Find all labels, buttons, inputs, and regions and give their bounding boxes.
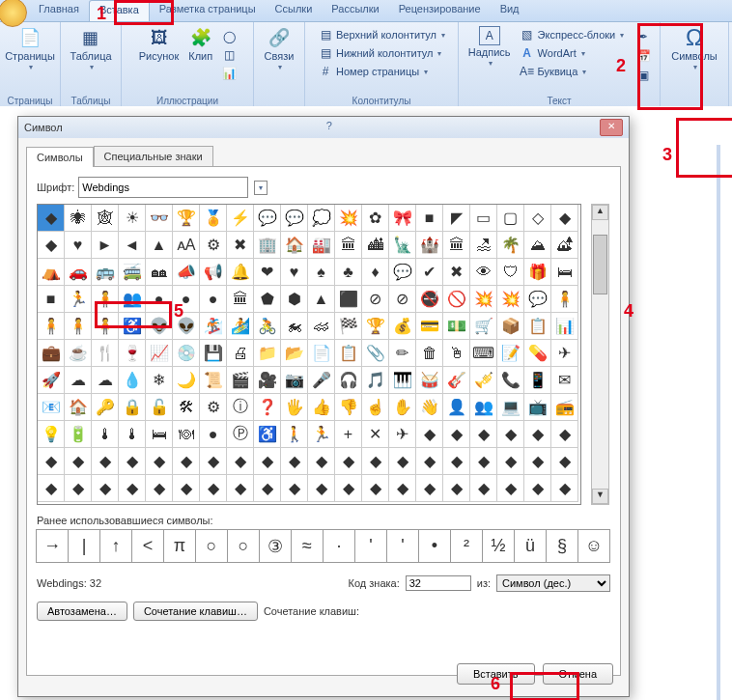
symbol-cell[interactable]: ◆ xyxy=(470,475,497,502)
pages-button[interactable]: 📄Страницы▾ xyxy=(1,24,59,73)
recent-symbol[interactable]: • xyxy=(418,529,451,563)
symbol-cell[interactable]: 💥 xyxy=(470,286,497,313)
symbol-cell[interactable]: 🧍 xyxy=(92,286,119,313)
clipart-button[interactable]: 🧩Клип xyxy=(184,24,216,82)
symbol-cell[interactable]: ☁ xyxy=(92,367,119,394)
symbol-cell[interactable]: 🏛 xyxy=(227,286,254,313)
symbol-cell[interactable]: ■ xyxy=(38,286,65,313)
symbol-cell[interactable]: 🔔 xyxy=(227,259,254,286)
symbol-cell[interactable]: ◆ xyxy=(497,448,524,475)
symbol-cell[interactable]: ☁ xyxy=(65,367,92,394)
recent-symbol[interactable]: ☺ xyxy=(577,529,610,563)
symbol-cell[interactable]: ◆ xyxy=(281,475,308,502)
shapes-button[interactable]: ◯ xyxy=(218,28,239,45)
symbol-cell[interactable]: ♥ xyxy=(281,259,308,286)
symbol-cell[interactable]: ◆ xyxy=(335,448,362,475)
symbol-cell[interactable]: ◆ xyxy=(38,475,65,502)
symbol-cell[interactable]: ◆ xyxy=(119,448,146,475)
symbols-button[interactable]: ΩСимволы▾ xyxy=(667,24,721,73)
autocorrect-button[interactable]: Автозамена… xyxy=(37,602,127,621)
symbol-cell[interactable]: ❤ xyxy=(254,259,281,286)
picture-button[interactable]: 🖼Рисунок xyxy=(135,24,183,82)
symbol-cell[interactable]: 🏃 xyxy=(308,421,335,448)
symbol-cell[interactable]: ◆ xyxy=(362,448,389,475)
symbol-cell[interactable]: ◆ xyxy=(119,475,146,502)
symbol-cell[interactable]: 💡 xyxy=(38,421,65,448)
symbol-cell[interactable]: ◇ xyxy=(524,205,551,232)
symbol-cell[interactable]: 👽 xyxy=(146,313,173,340)
recent-symbol[interactable]: ○ xyxy=(227,529,260,563)
symbol-cell[interactable]: 🏂 xyxy=(200,313,227,340)
symbol-cell[interactable]: ✔ xyxy=(416,259,443,286)
datetime-button[interactable]: 📅 xyxy=(633,47,654,65)
object-button[interactable]: ▣ xyxy=(633,67,654,84)
symbol-cell[interactable]: ⬛ xyxy=(335,286,362,313)
symbol-cell[interactable]: 💾 xyxy=(200,340,227,367)
symbol-cell[interactable]: 🏛 xyxy=(335,232,362,259)
recent-symbol[interactable]: < xyxy=(131,529,164,563)
symbol-cell[interactable]: 🛏 xyxy=(551,259,578,286)
symbol-cell[interactable]: 🔑 xyxy=(92,394,119,421)
symbol-cell[interactable]: ⊘ xyxy=(362,286,389,313)
symbol-cell[interactable]: 👁 xyxy=(470,259,497,286)
symbol-cell[interactable]: 🎀 xyxy=(389,205,416,232)
symbol-cell[interactable]: ☀ xyxy=(119,205,146,232)
from-select[interactable]: Символ (дес.) xyxy=(496,574,610,592)
symbol-cell[interactable]: 🎸 xyxy=(443,367,470,394)
symbol-cell[interactable]: ♣ xyxy=(335,259,362,286)
symbol-cell[interactable]: ● xyxy=(200,286,227,313)
symbol-cell[interactable]: 💬 xyxy=(281,205,308,232)
symbol-cell[interactable]: 💬 xyxy=(254,205,281,232)
symbol-cell[interactable]: ◆ xyxy=(416,448,443,475)
symbol-cell[interactable]: ♥ xyxy=(65,232,92,259)
grid-scrollbar[interactable]: ▲ ▼ xyxy=(591,204,609,505)
symbol-cell[interactable]: 🎺 xyxy=(470,367,497,394)
symbol-cell[interactable]: ► xyxy=(92,232,119,259)
symbol-cell[interactable]: ◆ xyxy=(524,421,551,448)
symbol-cell[interactable]: 🖱 xyxy=(443,340,470,367)
symbol-cell[interactable]: ❓ xyxy=(254,394,281,421)
symbol-cell[interactable]: ◆ xyxy=(551,205,578,232)
symbol-cell[interactable]: 👍 xyxy=(308,394,335,421)
symbol-cell[interactable]: 🧍 xyxy=(92,313,119,340)
symbol-cell[interactable]: 🧍 xyxy=(65,313,92,340)
smartart-button[interactable]: ◫ xyxy=(218,46,239,64)
symbol-cell[interactable]: 🏍 xyxy=(281,313,308,340)
tab-review[interactable]: Рецензирование xyxy=(389,0,491,21)
recent-symbol[interactable]: ↑ xyxy=(99,529,132,563)
symbol-cell[interactable]: ⚙ xyxy=(200,394,227,421)
symbol-cell[interactable]: ✿ xyxy=(362,205,389,232)
symbol-cell[interactable]: Ⓟ xyxy=(227,421,254,448)
symbol-cell[interactable]: ⊘ xyxy=(389,286,416,313)
symbol-cell[interactable]: ◆ xyxy=(65,448,92,475)
symbol-cell[interactable]: ✋ xyxy=(389,394,416,421)
symbol-cell[interactable]: 🗽 xyxy=(389,232,416,259)
code-input[interactable] xyxy=(406,575,471,591)
symbol-cell[interactable]: ● xyxy=(200,421,227,448)
symbol-cell[interactable]: 🌡 xyxy=(92,421,119,448)
symbol-cell[interactable]: 🚴 xyxy=(254,313,281,340)
symbol-cell[interactable]: 🏠 xyxy=(281,232,308,259)
symbol-cell[interactable]: 🏄 xyxy=(227,313,254,340)
symbol-cell[interactable]: 🎤 xyxy=(308,367,335,394)
symbol-cell[interactable]: 🏕 xyxy=(551,232,578,259)
symbol-cell[interactable]: 👽 xyxy=(173,313,200,340)
symbol-cell[interactable]: ◄ xyxy=(119,232,146,259)
symbol-cell[interactable]: ✈ xyxy=(389,421,416,448)
symbol-cell[interactable]: ♦ xyxy=(362,259,389,286)
symbol-cell[interactable]: 📱 xyxy=(524,367,551,394)
symbol-cell[interactable]: ☕ xyxy=(65,340,92,367)
symbol-cell[interactable]: 🏠 xyxy=(65,394,92,421)
symbol-cell[interactable]: ❄ xyxy=(146,367,173,394)
table-button[interactable]: ▦Таблица▾ xyxy=(66,24,115,73)
chart-button[interactable]: 📊 xyxy=(218,65,239,82)
symbol-cell[interactable]: 🏁 xyxy=(335,313,362,340)
symbol-cell[interactable]: 📜 xyxy=(200,367,227,394)
symbol-cell[interactable]: 📁 xyxy=(254,340,281,367)
recent-symbol[interactable]: ○ xyxy=(195,529,228,563)
symbol-cell[interactable]: 🖨 xyxy=(227,340,254,367)
symbol-cell[interactable]: 💼 xyxy=(38,340,65,367)
symbol-cell[interactable]: 🍷 xyxy=(119,340,146,367)
symbol-cell[interactable]: 👋 xyxy=(416,394,443,421)
symbol-cell[interactable]: 💵 xyxy=(443,313,470,340)
